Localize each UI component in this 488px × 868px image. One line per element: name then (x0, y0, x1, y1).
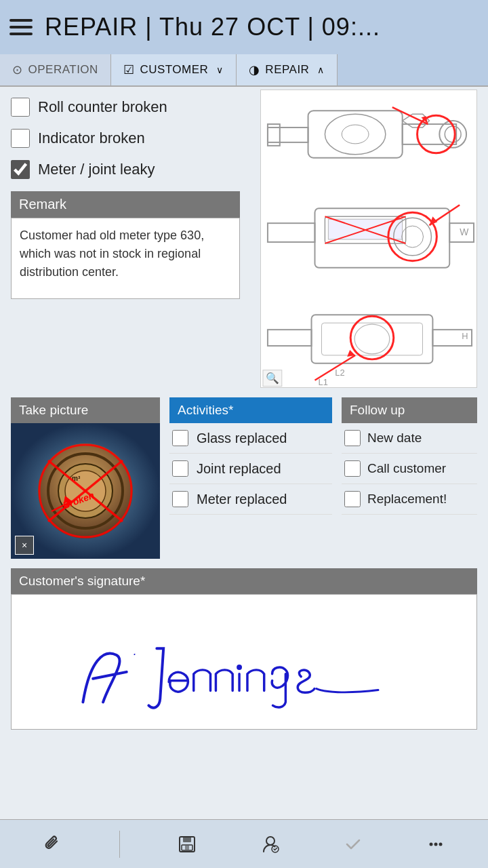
svg-rect-56 (185, 846, 189, 850)
left-panel: Roll counter broken Indicator broken Met… (0, 87, 251, 388)
defect-row-meter-joint: Meter / joint leaky (11, 160, 240, 179)
remark-body[interactable]: Customer had old meter type 630, which w… (11, 218, 240, 299)
joint-replaced-checkbox[interactable] (172, 460, 188, 477)
signature-area[interactable]: . (11, 594, 477, 730)
activity-row-meter: Meter replaced (169, 484, 332, 515)
toolbar-divider-1 (119, 831, 120, 858)
bottom-toolbar (0, 819, 488, 868)
take-picture-column: Take picture (11, 397, 160, 559)
svg-rect-2 (308, 111, 403, 158)
new-date-label: New date (367, 431, 422, 446)
followup-header: Follow up (342, 397, 477, 423)
take-picture-header: Take picture (11, 397, 160, 423)
app-header: REPAIR | Thu 27 OCT | 09:... (0, 0, 488, 54)
indicator-label: Indicator broken (38, 130, 145, 147)
tab-repair-label: REPAIR (265, 63, 309, 77)
followup-row-new-date: New date (342, 423, 477, 454)
replacement-checkbox[interactable] (344, 491, 361, 507)
call-customer-checkbox[interactable] (344, 460, 361, 477)
repair-icon: ◑ (249, 62, 260, 77)
svg-text:.: . (134, 644, 137, 658)
svg-point-51 (237, 665, 242, 670)
user-button[interactable] (255, 829, 286, 860)
svg-rect-12 (268, 223, 315, 242)
svg-point-3 (325, 114, 385, 155)
roll-counter-checkbox[interactable] (11, 98, 30, 117)
followup-column: Follow up New date Call customer Replace… (342, 397, 477, 515)
tab-customer-label: CUSTOMER (140, 63, 208, 77)
svg-point-61 (439, 842, 442, 846)
repair-chevron-icon: ∧ (317, 64, 325, 75)
activities-header: Activities* (169, 397, 332, 423)
svg-text:W: W (460, 226, 469, 237)
svg-point-60 (434, 842, 437, 846)
svg-line-10 (392, 107, 428, 124)
joint-replaced-label: Joint replaced (197, 461, 281, 477)
main-content: Roll counter broken Indicator broken Met… (0, 87, 488, 388)
svg-rect-26 (312, 315, 433, 363)
new-date-checkbox[interactable] (344, 430, 361, 446)
remark-header: Remark (11, 191, 240, 218)
more-button[interactable] (420, 829, 451, 860)
tab-repair[interactable]: ◑ REPAIR ∧ (237, 54, 338, 85)
activities-column: Activities* Glass replaced Joint replace… (169, 397, 332, 515)
svg-point-28 (354, 324, 390, 354)
svg-point-4 (342, 125, 369, 144)
roll-counter-label: Roll counter broken (38, 98, 167, 116)
followup-row-call-customer: Call customer (342, 454, 477, 484)
glass-replaced-checkbox[interactable] (172, 430, 188, 446)
activity-row-joint: Joint replaced (169, 454, 332, 484)
svg-rect-0 (268, 127, 308, 142)
meter-diagram: W (260, 90, 477, 388)
attachment-button[interactable] (37, 829, 68, 860)
svg-rect-54 (183, 837, 191, 842)
svg-point-17 (402, 226, 424, 248)
followup-row-replacement: Replacement! (342, 484, 477, 515)
svg-rect-25 (268, 330, 312, 346)
svg-text:H: H (462, 331, 468, 341)
indicator-checkbox[interactable] (11, 129, 30, 148)
check-button[interactable] (338, 829, 369, 860)
activity-row-glass: Glass replaced (169, 423, 332, 454)
svg-text:🔍: 🔍 (266, 372, 279, 384)
save-button[interactable] (171, 829, 203, 860)
svg-point-57 (266, 837, 274, 845)
svg-text:L2: L2 (335, 368, 344, 378)
tab-operation[interactable]: ⊙ OPERATION (0, 54, 111, 85)
header-title: REPAIR | Thu 27 OCT | 09:... (45, 13, 380, 41)
svg-text:L1: L1 (318, 377, 327, 387)
tab-bar: ⊙ OPERATION ☑ CUSTOMER ∨ ◑ REPAIR ∧ (0, 54, 488, 87)
signature-section: Customer's signature* . (0, 568, 488, 739)
photo-close-button[interactable]: × (15, 536, 34, 555)
photo-container: m³ Broken × (11, 423, 160, 559)
replacement-label: Replacement! (367, 492, 447, 507)
glass-replaced-label: Glass replaced (197, 431, 287, 446)
call-customer-label: Call customer (367, 461, 446, 476)
meter-replaced-label: Meter replaced (197, 492, 287, 507)
meter-replaced-checkbox[interactable] (172, 491, 188, 507)
tab-operation-label: OPERATION (28, 63, 98, 77)
defect-row-roll-counter: Roll counter broken (11, 98, 240, 117)
customer-chevron-icon: ∨ (216, 64, 224, 75)
right-panel: W (251, 87, 488, 388)
customer-icon: ☑ (123, 62, 135, 77)
hamburger-menu[interactable] (9, 19, 33, 35)
meter-joint-label: Meter / joint leaky (38, 161, 155, 178)
activities-section: Take picture (0, 388, 488, 568)
meter-joint-checkbox[interactable] (11, 160, 30, 179)
signature-header: Customer's signature* (11, 568, 477, 594)
svg-rect-27 (321, 323, 422, 355)
svg-point-59 (429, 842, 432, 846)
svg-point-7 (445, 126, 461, 142)
tab-customer[interactable]: ☑ CUSTOMER ∨ (111, 54, 237, 85)
operation-icon: ⊙ (12, 62, 23, 77)
defect-row-indicator: Indicator broken (11, 129, 240, 148)
